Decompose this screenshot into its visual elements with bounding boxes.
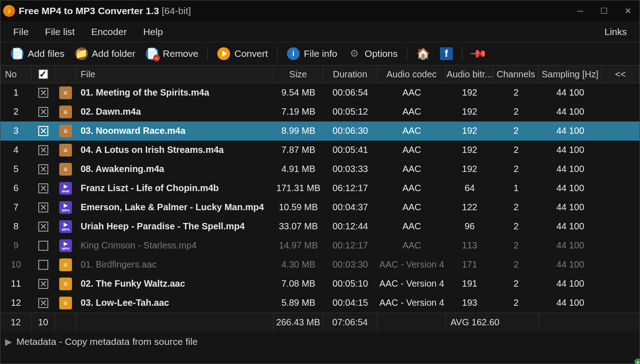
file-info-button[interactable]: i File info [283, 45, 341, 62]
col-no[interactable]: No [0, 66, 31, 83]
cell-channels: 2 [493, 198, 539, 217]
cell-duration: 06:12:17 [323, 179, 378, 197]
col-toggle[interactable]: << [602, 66, 640, 83]
cell-duration: 00:12:44 [323, 217, 378, 236]
col-file[interactable]: File [76, 66, 274, 83]
table-row[interactable]: 1✕01. Meeting of the Spirits.m4a9.54 MB0… [0, 83, 640, 102]
cell-channels: 2 [493, 293, 539, 312]
add-folder-icon: 📁+ [75, 47, 88, 61]
options-button[interactable]: ⚙ Options [344, 45, 401, 62]
cell-filename: 01. Meeting of the Spirits.m4a [76, 83, 274, 102]
cell-sampling: 44 100 [539, 198, 602, 217]
menubar: File File list Encoder Help Links [0, 21, 640, 42]
table-row[interactable]: 12✕03. Low-Lee-Tah.aac5.89 MB00:04:15AAC… [0, 293, 640, 313]
cell-checkbox[interactable]: ✕ [31, 217, 55, 236]
cell-bitrate: 64 [446, 179, 493, 197]
col-bitrate[interactable]: Audio bitr... [446, 66, 493, 83]
cell-filename: Uriah Heep - Paradise - The Spell.mp4 [76, 217, 274, 236]
col-duration[interactable]: Duration [323, 66, 378, 83]
cell-filename: 02. The Funky Waltz.aac [76, 274, 274, 293]
add-folder-button[interactable]: 📁+ Add folder [71, 45, 139, 62]
cell-no: 8 [0, 217, 31, 236]
col-channels[interactable]: Channels [493, 66, 539, 83]
cell-codec: AAC [378, 160, 446, 178]
table-row[interactable]: 1001. Birdfingers.aac4.30 MB00:03:30AAC … [0, 255, 640, 274]
table-row[interactable]: 3✕03. Noonward Race.m4a8.99 MB00:06:30AA… [0, 121, 640, 141]
cell-size: 7.19 MB [274, 102, 323, 121]
home-button[interactable]: 🏠 [413, 46, 434, 62]
cell-checkbox[interactable]: ✕ [31, 179, 55, 197]
table-row[interactable]: 9King Crimson - Starless.mp414.97 MB00:1… [0, 236, 640, 255]
col-checkbox[interactable]: ✓ [31, 66, 55, 83]
table-row[interactable]: 7✕Emerson, Lake & Palmer - Lucky Man.mp4… [0, 198, 640, 217]
menu-file[interactable]: File [5, 24, 37, 40]
menu-encoder[interactable]: Encoder [83, 24, 135, 40]
app-icon: ♪ [3, 5, 15, 17]
options-label: Options [365, 48, 398, 59]
cell-channels: 2 [493, 274, 539, 293]
cell-sampling: 44 100 [539, 179, 602, 197]
cell-filetype-icon [55, 160, 76, 178]
cell-checkbox[interactable]: ✕ [31, 121, 55, 140]
cell-size: 171.31 MB [274, 179, 323, 197]
separator [207, 47, 208, 61]
cell-checkbox[interactable]: ✕ [31, 102, 55, 121]
table-row[interactable]: 2✕02. Dawn.m4a7.19 MB00:05:12AAC192244 1… [0, 102, 640, 121]
cell-no: 10 [0, 255, 31, 274]
table-body: 1✕01. Meeting of the Spirits.m4a9.54 MB0… [0, 83, 640, 313]
table-row[interactable]: 4✕04. A Lotus on Irish Streams.m4a7.87 M… [0, 141, 640, 160]
menu-file-list[interactable]: File list [37, 24, 83, 40]
metadata-panel-toggle[interactable]: ▶ Metadata - Copy metadata from source f… [0, 332, 640, 352]
cell-checkbox[interactable]: ✕ [31, 141, 55, 159]
app-window: ♪ Free MP4 to MP3 Converter 1.3 [64-bit]… [0, 0, 640, 364]
col-sampling[interactable]: Sampling [Hz] [539, 66, 602, 83]
cell-no: 5 [0, 160, 31, 178]
remove-button[interactable]: 📄− Remove [142, 45, 202, 62]
separator [277, 47, 277, 61]
table-row[interactable]: 8✕Uriah Heep - Paradise - The Spell.mp43… [0, 217, 640, 236]
facebook-icon: f [440, 47, 453, 60]
cell-bitrate: 192 [446, 160, 493, 178]
cell-filename: 08. Awakening.m4a [76, 160, 274, 178]
cell-filetype-icon [55, 236, 76, 255]
table-row[interactable]: 11✕02. The Funky Waltz.aac7.08 MB00:05:1… [0, 274, 640, 293]
col-codec[interactable]: Audio codec [378, 66, 446, 83]
cell-checkbox[interactable]: ✕ [31, 198, 55, 217]
col-size[interactable]: Size [274, 66, 323, 83]
cell-filename: King Crimson - Starless.mp4 [76, 236, 274, 255]
chevron-right-icon: ▶ [5, 336, 12, 347]
file-info-label: File info [304, 48, 338, 59]
cell-duration: 00:03:33 [323, 160, 378, 178]
add-files-button[interactable]: 📄+ Add files [7, 45, 68, 62]
cell-duration: 00:05:12 [323, 102, 378, 121]
cell-bitrate: 122 [446, 198, 493, 217]
pin-button[interactable]: 📌 [468, 46, 489, 62]
cell-filetype-icon [55, 217, 76, 236]
col-icon [55, 66, 76, 83]
cell-codec: AAC - Version 4 [378, 274, 446, 293]
cell-sampling: 44 100 [539, 255, 602, 274]
add-folder-label: Add folder [92, 48, 136, 59]
cell-codec: AAC [378, 217, 446, 236]
cell-checkbox[interactable] [31, 255, 55, 274]
cell-channels: 1 [493, 179, 539, 197]
header-checkbox[interactable]: ✓ [39, 70, 48, 79]
cell-checkbox[interactable] [31, 236, 55, 255]
table-row[interactable]: 6✕Franz Liszt - Life of Chopin.m4b171.31… [0, 179, 640, 198]
cell-checkbox[interactable]: ✕ [31, 83, 55, 102]
facebook-button[interactable]: f [436, 46, 456, 62]
maximize-button[interactable]: ☐ [592, 0, 616, 21]
menu-links[interactable]: Links [596, 24, 635, 40]
cell-codec: AAC - Version 4 [378, 293, 446, 312]
convert-button[interactable]: Convert [213, 45, 271, 62]
cell-checkbox[interactable]: ✕ [31, 160, 55, 178]
toolbar: 📄+ Add files 📁+ Add folder 📄− Remove Con… [0, 42, 640, 65]
window-controls: ─ ☐ ✕ [568, 0, 640, 21]
table-row[interactable]: 5✕08. Awakening.m4a4.91 MB00:03:33AAC192… [0, 160, 640, 179]
cell-filename: 03. Noonward Race.m4a [76, 121, 274, 140]
minimize-button[interactable]: ─ [568, 0, 592, 21]
cell-checkbox[interactable]: ✕ [31, 293, 55, 312]
close-button[interactable]: ✕ [616, 0, 640, 21]
cell-checkbox[interactable]: ✕ [31, 274, 55, 293]
menu-help[interactable]: Help [135, 24, 171, 40]
